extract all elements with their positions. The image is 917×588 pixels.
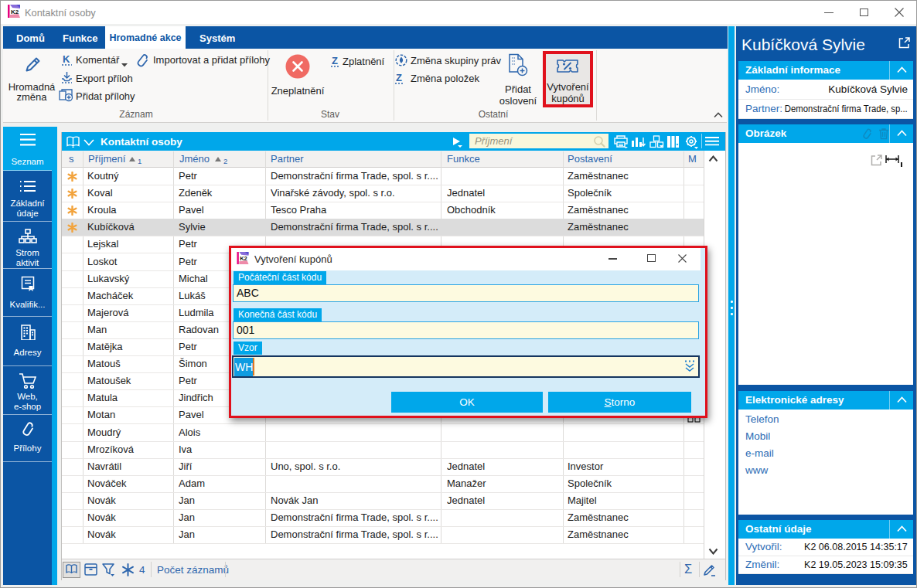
svg-text:Z: Z <box>396 72 402 83</box>
svg-text:K2: K2 <box>11 8 19 15</box>
svg-text:K2: K2 <box>240 255 247 262</box>
svg-text:K: K <box>63 53 70 65</box>
svg-text:Z: Z <box>332 55 338 66</box>
